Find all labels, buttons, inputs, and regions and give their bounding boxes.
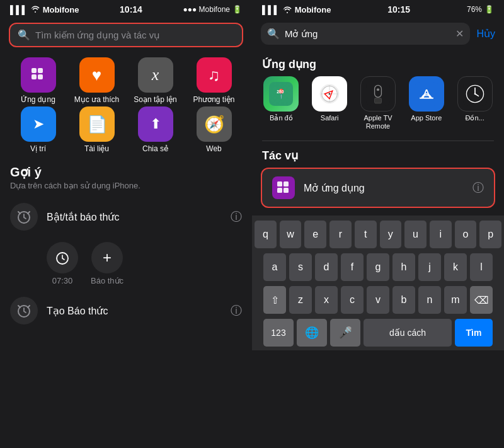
app-maps[interactable]: 📍 280 Bản đồ [262, 76, 301, 122]
task-label: Mở ứng dụng [304, 182, 464, 194]
key-u[interactable]: u [404, 221, 427, 248]
app-safari[interactable]: Safari [311, 76, 349, 122]
key-a[interactable]: a [263, 253, 286, 281]
left-panel: ▌▌▌ Mobifone 10:14 ●●● Mobifone 🔋 🔍 Tìm … [0, 0, 252, 448]
key-o[interactable]: o [455, 221, 477, 248]
space-key[interactable]: dấu cách [364, 319, 452, 347]
keyboard-bottom-row: 123 🌐 🎤 dấu cách Tìm [255, 319, 501, 347]
key-d[interactable]: d [315, 253, 338, 281]
safari-label: Safari [321, 114, 339, 122]
app-tv-remote[interactable]: Apple TV Remote [359, 76, 398, 130]
suggestion-alarm-toggle[interactable]: Bật/tắt báo thức ⓘ [0, 197, 252, 237]
shortcut-favorites[interactable]: ♥ Mục ưa thích [69, 57, 125, 104]
task-info-icon[interactable]: ⓘ [472, 180, 484, 195]
svg-rect-0 [32, 68, 37, 73]
app-clock[interactable]: Đồn... [455, 76, 494, 122]
key-r[interactable]: r [329, 221, 352, 248]
cancel-button[interactable]: Hủy [476, 28, 495, 40]
share-icon: ⬆ [138, 106, 173, 142]
alarm-time-item[interactable]: 07:30 [47, 242, 78, 285]
key-t[interactable]: t [355, 221, 377, 248]
search-submit-key[interactable]: Tìm [455, 319, 493, 347]
key-e[interactable]: e [304, 221, 326, 248]
right-search-bar[interactable]: 🔍 Mở ứng ✕ [261, 23, 470, 45]
key-x[interactable]: x [315, 286, 338, 314]
app-appstore[interactable]: A App Store [407, 76, 445, 122]
tv-remote-app-icon [360, 76, 396, 112]
task-apps-icon [272, 176, 295, 199]
alarm-info-button[interactable]: ⓘ [231, 209, 242, 224]
favorites-label: Mục ưa thích [74, 95, 119, 104]
key-y[interactable]: y [380, 221, 402, 248]
shortcut-documents[interactable]: 📄 Tài liệu [69, 106, 125, 153]
mic-key[interactable]: 🎤 [330, 319, 360, 347]
key-g[interactable]: g [367, 253, 389, 281]
key-z[interactable]: z [289, 286, 312, 314]
battery-icon: 🔋 [232, 5, 242, 14]
create-alarm-icon [10, 297, 38, 325]
svg-point-18 [377, 88, 379, 91]
appstore-label: App Store [411, 114, 442, 122]
open-app-task[interactable]: Mở ứng dụng ⓘ [261, 168, 495, 208]
shortcut-web[interactable]: 🧭 Web [186, 106, 242, 153]
left-carrier: ▌▌▌ Mobifone [10, 5, 79, 14]
maps-label: Bản đồ [270, 114, 293, 122]
apps-label: Ứng dụng [21, 95, 55, 104]
key-v[interactable]: v [367, 286, 389, 314]
create-alarm-info-button[interactable]: ⓘ [231, 303, 242, 318]
svg-rect-26 [277, 181, 282, 187]
keyboard-row-1: q w e r t y u i o p [255, 221, 501, 248]
delete-key[interactable]: ⌫ [470, 286, 493, 314]
key-n[interactable]: n [418, 286, 441, 314]
shift-key[interactable]: ⇧ [263, 286, 286, 314]
keyboard: q w e r t y u i o p a s d f g h j k l ⇧ … [252, 215, 504, 350]
favorites-icon: ♥ [79, 57, 115, 93]
emoji-key[interactable]: 🌐 [297, 319, 327, 347]
key-f[interactable]: f [341, 253, 364, 281]
svg-rect-2 [32, 74, 37, 79]
key-l[interactable]: l [470, 253, 493, 281]
alarm-clock-icon [10, 203, 38, 231]
shortcut-compose[interactable]: x Soạn tập lện [127, 57, 183, 104]
right-battery-info: 76% 🔋 [467, 5, 494, 14]
info-circle-icon: ⓘ [231, 304, 242, 317]
key-b[interactable]: b [392, 286, 415, 314]
add-alarm-item[interactable]: + Báo thức [91, 242, 123, 285]
suggestion-create-alarm[interactable]: Tạo Báo thức ⓘ [0, 290, 252, 331]
key-k[interactable]: k [444, 253, 467, 281]
right-signal-icon: ▌▌▌ [262, 5, 280, 14]
music-icon: ♫ [197, 57, 232, 93]
documents-icon: 📄 [79, 106, 115, 142]
shortcut-music[interactable]: ♫ Phương tiện [186, 57, 242, 104]
key-m[interactable]: m [444, 286, 467, 314]
key-j[interactable]: j [418, 253, 441, 281]
svg-rect-29 [284, 188, 289, 193]
web-icon: 🧭 [197, 106, 232, 142]
right-search-value[interactable]: Mở ứng [285, 28, 450, 40]
key-h[interactable]: h [392, 253, 415, 281]
shortcut-apps[interactable]: Ứng dụng [10, 57, 66, 104]
shortcut-share[interactable]: ⬆ Chia sẻ [127, 106, 183, 153]
compose-icon: x [138, 57, 173, 93]
key-p[interactable]: p [479, 221, 501, 248]
apps-results-section: Ứng dụng 📍 280 [252, 50, 504, 135]
apps-section-title: Ứng dụng [252, 55, 504, 76]
key-w[interactable]: w [280, 221, 302, 248]
key-q[interactable]: q [255, 221, 277, 248]
key-i[interactable]: i [430, 221, 452, 248]
key-s[interactable]: s [289, 253, 312, 281]
clear-search-button[interactable]: ✕ [455, 28, 464, 40]
key-c[interactable]: c [341, 286, 364, 314]
left-search-bar[interactable]: 🔍 Tìm kiếm ứng dụng và tác vụ [9, 23, 243, 47]
shortcut-location[interactable]: ➤ Vị trí [10, 106, 66, 153]
left-battery: ●●● Mobifone 🔋 [183, 5, 242, 14]
right-panel: ▌▌▌ Mobifone 10:15 76% 🔋 🔍 Mở ứng ✕ Hủy … [252, 0, 504, 448]
info-icon: ⓘ [231, 210, 242, 223]
search-icon: 🔍 [18, 29, 30, 41]
left-search-container[interactable]: 🔍 Tìm kiếm ứng dụng và tác vụ [0, 18, 252, 52]
right-carrier: ▌▌▌ Mobifone [262, 5, 331, 14]
numbers-key[interactable]: 123 [263, 319, 294, 347]
clock-label: Đồn... [465, 114, 484, 122]
svg-point-15 [329, 93, 331, 95]
alarm-time-circle [47, 242, 78, 273]
